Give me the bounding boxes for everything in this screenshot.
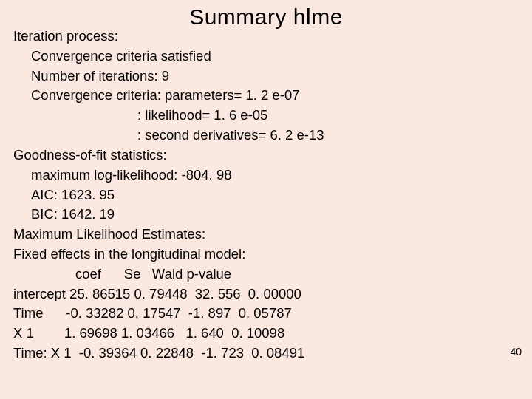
goodness-of-fit-label: Goodness-of-fit statistics:: [13, 146, 525, 166]
number-of-iterations: Number of iterations: 9: [13, 66, 525, 86]
criteria-second-derivatives: : second derivatives= 6. 2 e-13: [13, 126, 525, 146]
row-timex1: Time: X 1 -0. 39364 0. 22848 -1. 723 0. …: [13, 344, 525, 364]
aic-value: AIC: 1623. 95: [13, 185, 525, 205]
page-number: 40: [510, 346, 522, 358]
summary-body: Iteration process: Convergence criteria …: [0, 27, 532, 364]
iteration-process-label: Iteration process:: [13, 27, 525, 47]
row-intercept: intercept 25. 86515 0. 79448 32. 556 0. …: [13, 284, 525, 304]
criteria-parameters: Convergence criteria: parameters= 1. 2 e…: [13, 86, 525, 106]
convergence-satisfied: Convergence criteria satisfied: [13, 47, 525, 66]
mle-label: Maximum Likelihood Estimates:: [13, 225, 525, 245]
page-title: Summary hlme: [0, 4, 532, 30]
fixed-effects-label: Fixed effects in the longitudinal model:: [13, 245, 525, 265]
bic-value: BIC: 1642. 19: [13, 205, 525, 225]
row-x1: X 1 1. 69698 1. 03466 1. 640 0. 10098: [13, 324, 525, 344]
max-log-likelihood: maximum log-likelihood: -804. 98: [13, 166, 525, 185]
fixed-effects-header: coef Se Wald p-value: [13, 265, 525, 284]
criteria-likelihood: : likelihood= 1. 6 e-05: [13, 106, 525, 126]
row-time: Time -0. 33282 0. 17547 -1. 897 0. 05787: [13, 304, 525, 324]
